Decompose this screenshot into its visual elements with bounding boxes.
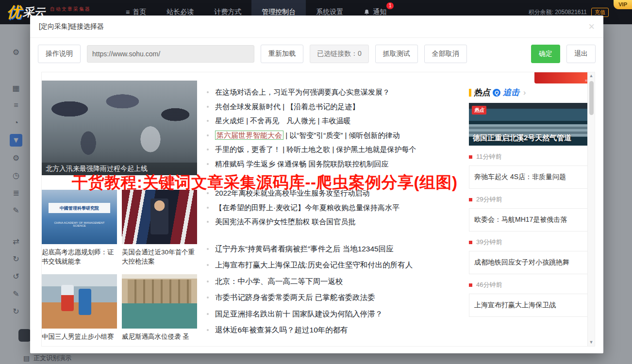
red-square-bullet [469, 198, 472, 201]
hot-news-item[interactable]: 39分钟前 成都地铁回应女子对小孩跳艳舞 [469, 238, 595, 274]
brand-subtitle: 自动文章采集器 [50, 6, 91, 13]
headline-link[interactable]: 辽宁丹东“持黄码者看病被拦”事件之后 当地12345回应 [207, 241, 463, 257]
hero-news-image[interactable]: 北方入汛来最强降雨过程今起上线 [42, 81, 197, 175]
news-card-basketball[interactable]: 中国三人男篮止步小组赛 [42, 274, 117, 341]
hot-news-title[interactable]: 欧委会：马航MH17是被俄击落 [469, 208, 595, 232]
modal-title: [定向采集]链接选择器 [39, 22, 104, 31]
hot-news-time: 46分钟前 [476, 281, 502, 289]
news-cards: 中國管理科學研究院CHINA ACADEMY OF MANAGEMENT SCI… [42, 190, 197, 341]
news-card-image[interactable] [122, 190, 197, 244]
news-card-academy[interactable]: 中國管理科學研究院CHINA ACADEMY OF MANAGEMENT SCI… [42, 190, 117, 266]
page-scrollbar[interactable]: ▲ ▼ [587, 72, 595, 346]
points-balance: 积分余额: 2050821611 [528, 8, 587, 17]
cancel-all-button[interactable]: 全部取消 [424, 45, 467, 63]
news-card-caption[interactable]: 美国会通过近30年首个重大控枪法案 [122, 248, 197, 266]
news-card-caption[interactable]: 威尼斯遇高水位侵袭 圣 [122, 332, 197, 341]
hot-tag: 热点 [472, 106, 486, 115]
hot-news-item[interactable]: 29分钟前 欧委会：马航MH17是被俄击落 [469, 195, 595, 232]
headline-link[interactable]: 共创全球发展新时代 | 【沿着总书记的足迹】 [207, 99, 463, 114]
hot-news-column: 热点 Q 追击 › 热点 德国正重启北溪2号天然气管道 11分钟前 奔驰车起火 … [469, 72, 595, 323]
modal-header: [定向采集]链接选择器 × [30, 16, 603, 38]
q-logo-icon: Q [493, 89, 500, 97]
hot-section-header[interactable]: 热点 Q 追击 › [469, 87, 595, 98]
notification-badge: 1 [386, 2, 394, 9]
headline-link[interactable]: 【在希望的田野上·麦收记】今年夏粮收购总量保持高水平 [207, 200, 463, 215]
headline-link[interactable]: 国足亚洲排名跌出前十 国家队建设为何陷入停滞？ [207, 306, 463, 322]
hot-hero-image[interactable]: 热点 德国正重启北溪2号天然气管道 [469, 103, 595, 146]
headline-link[interactable]: 退休近6年被查算久吗？超过10年的都有 [207, 322, 463, 338]
headline-list-top: 在这场对话会上，习近平为何强调要真心实意谋发展？ 共创全球发展新时代 | 【沿着… [207, 85, 463, 229]
headline-link[interactable]: 北京：中小学、高一高二等下周一返校 [207, 273, 463, 290]
link-selector-modal: [定向采集]链接选择器 × 操作说明 重新加载 已选链接数：0 抓取测试 全部取… [30, 16, 603, 353]
hot-title-blue: 追击 [503, 87, 519, 98]
vip-badge[interactable]: VIP [614, 0, 632, 9]
confirm-button[interactable]: 确定 [531, 45, 560, 63]
headline-link[interactable]: 第六届世界智能大会 | 以“智变”引“质变” | 倾听创新的律动 [207, 128, 463, 143]
red-watermark-text: 干货教程:关键词文章采集源码库--爬虫案例分享(组图) [72, 172, 457, 194]
close-icon[interactable]: × [588, 21, 595, 32]
promo-banner-image[interactable]: xuexi [534, 72, 595, 83]
news-card-image[interactable] [122, 274, 197, 329]
headline-link[interactable]: 星火成炬 | 不舍再见 凡人微光 | 丰收温暖 [207, 114, 463, 128]
news-card-venice[interactable]: 威尼斯遇高水位侵袭 圣 [122, 274, 197, 341]
news-card-image[interactable]: 中國管理科學研究院CHINA ACADEMY OF MANAGEMENT SCI… [42, 190, 117, 244]
reload-button[interactable]: 重新加载 [261, 45, 303, 63]
selected-links-count: 已选链接数：0 [310, 45, 369, 63]
headline-link[interactable]: 上海宣布打赢大上海保卫战:历史会记住坚守和付出的所有人 [207, 257, 463, 273]
hot-news-time: 11分钟前 [476, 152, 502, 161]
yellow-bar-icon [469, 89, 471, 97]
help-button[interactable]: 操作说明 [38, 45, 81, 63]
news-card-gun-law[interactable]: 美国会通过近30年首个重大控枪法案 [122, 190, 197, 266]
scroll-down-arrow[interactable]: ▼ [588, 339, 595, 346]
modal-toolbar: 操作说明 重新加载 已选链接数：0 抓取测试 全部取消 确定 退出 [30, 38, 603, 69]
hot-news-time: 39分钟前 [476, 238, 502, 247]
red-square-bullet [469, 241, 472, 244]
scrollbar-thumb[interactable] [589, 81, 594, 115]
headline-link[interactable]: 美国宪法不再保护女性堕胎权 联合国官员批 [207, 215, 463, 229]
news-card-caption[interactable]: 中国三人男篮止步小组赛 [42, 332, 117, 341]
red-square-bullet [469, 283, 472, 287]
url-input[interactable] [87, 45, 254, 63]
hot-news-item[interactable]: 11分钟前 奔驰车起火 4S店：非质量问题 [469, 152, 595, 189]
chevron-right-icon[interactable]: › [523, 88, 526, 97]
scroll-up-arrow[interactable]: ▲ [588, 72, 595, 80]
menu-item-icon: ≡ [126, 9, 130, 16]
hot-news-title[interactable]: 上海宣布打赢大上海保卫战 [469, 294, 595, 317]
hot-hero-caption[interactable]: 德国正重启北溪2号天然气管道 [473, 133, 594, 143]
hot-news-list: 11分钟前 奔驰车起火 4S店：非质量问题 29分钟前 欧委会：马航MH17是被… [469, 152, 595, 317]
menu-item-icon [364, 9, 370, 16]
brand-glyph: 优 [7, 2, 21, 22]
hot-news-title[interactable]: 成都地铁回应女子对小孩跳艳舞 [469, 251, 595, 274]
headline-list-bottom: 辽宁丹东“持黄码者看病被拦”事件之后 当地12345回应 上海宣布打赢大上海保卫… [207, 241, 463, 338]
news-card-image[interactable] [42, 274, 117, 329]
headline-link[interactable]: 手里的饭，更香了！ | 聆听土地之歌 | 保护黑土地就是保护每个 [207, 142, 463, 157]
headline-link[interactable]: 在这场对话会上，习近平为何强调要真心实意谋发展？ [207, 85, 463, 99]
image-sign-text: 中國管理科學研究院 [49, 203, 110, 213]
hot-title: 热点 [474, 87, 490, 98]
headline-link[interactable]: 精准赋码 学生返乡 保通保畅 国务院联防联控机制回应 [207, 157, 463, 171]
news-headline-column: 在这场对话会上，习近平为何强调要真心实意谋发展？ 共创全球发展新时代 | 【沿着… [207, 72, 463, 338]
selected-link-highlight[interactable]: 第六届世界智能大会 [215, 131, 283, 140]
embedded-webpage: xuexi 北方入汛来最强降雨过程今起上线 中國管理科學研究院CHINA ACA… [41, 72, 595, 347]
hot-news-time: 29分钟前 [476, 195, 502, 204]
headline-link[interactable]: 市委书记跻身省委常委两天后 已掌舵省委政法委 [207, 289, 463, 306]
news-left-column: 北方入汛来最强降雨过程今起上线 中國管理科學研究院CHINA ACADEMY O… [42, 72, 197, 341]
hot-news-title[interactable]: 奔驰车起火 4S店：非质量问题 [469, 165, 595, 189]
hot-news-item[interactable]: 46分钟前 上海宣布打赢大上海保卫战 [469, 281, 595, 317]
exit-button[interactable]: 退出 [566, 45, 596, 63]
grab-test-button[interactable]: 抓取测试 [375, 45, 418, 63]
news-card-caption[interactable]: 起底高考志愿规划师：证书交钱就能拿 [42, 248, 117, 266]
red-square-bullet [469, 155, 472, 159]
